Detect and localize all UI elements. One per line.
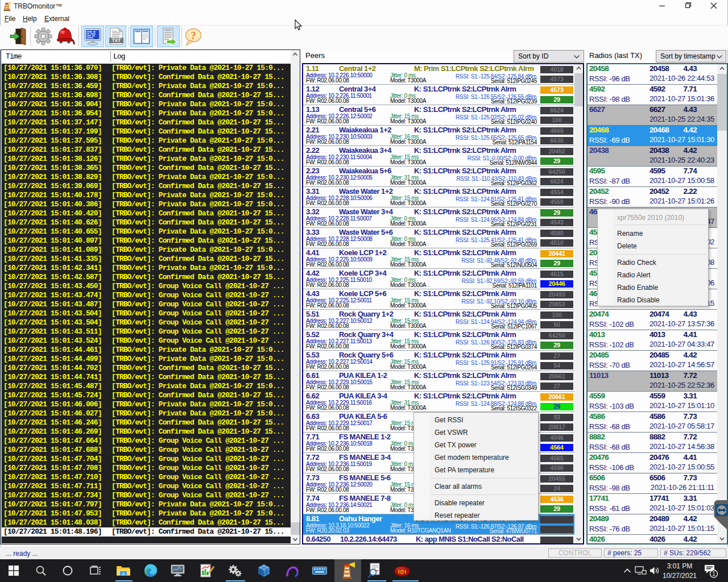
svg-text:1: 1 [712,570,715,577]
svg-text:t@t: t@t [398,569,407,575]
svg-text:TXT: TXT [112,38,121,43]
svg-text:?: ? [191,30,196,41]
